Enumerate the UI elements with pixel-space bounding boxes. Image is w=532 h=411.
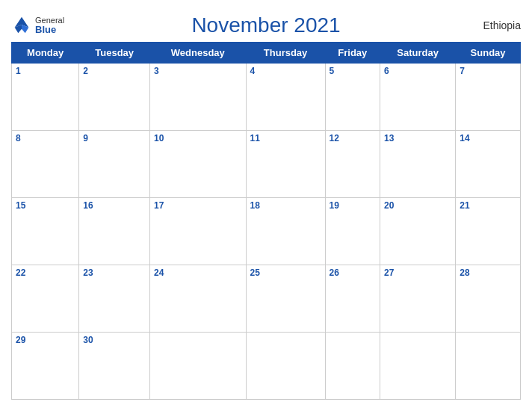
day-number: 1 (16, 66, 21, 76)
calendar-cell: 30 (79, 333, 150, 400)
table-row: 22232425262728 (12, 265, 521, 333)
calendar-cell: 17 (150, 198, 247, 265)
weekday-row: Monday Tuesday Wednesday Thursday Friday… (12, 43, 521, 64)
calendar-cell: 8 (12, 131, 79, 198)
calendar-cell: 10 (150, 131, 247, 198)
day-number: 29 (16, 335, 25, 345)
month-title: November 2021 (191, 13, 340, 37)
calendar-cell: 18 (246, 198, 325, 265)
weekday-tuesday: Tuesday (79, 43, 150, 64)
calendar-header-row: Monday Tuesday Wednesday Thursday Friday… (12, 43, 521, 64)
calendar-cell (380, 333, 456, 400)
table-row: 891011121314 (12, 131, 521, 198)
calendar-cell: 21 (456, 198, 521, 265)
calendar-cell: 5 (325, 64, 380, 131)
day-number: 14 (460, 133, 469, 143)
weekday-sunday: Sunday (456, 43, 521, 64)
calendar-cell (325, 333, 380, 400)
day-number: 17 (154, 200, 164, 211)
logo-blue: Blue (35, 25, 64, 35)
calendar-cell: 3 (150, 64, 247, 131)
day-number: 12 (330, 133, 339, 143)
table-row: 1234567 (12, 64, 521, 131)
calendar-cell: 27 (380, 265, 456, 333)
day-number: 22 (16, 268, 25, 278)
day-number: 21 (460, 200, 469, 211)
calendar-cell (150, 333, 247, 400)
calendar-cell: 12 (325, 131, 380, 198)
table-row: 15161718192021 (12, 198, 521, 265)
day-number: 28 (460, 268, 469, 278)
day-number: 30 (83, 335, 93, 345)
calendar-cell: 19 (325, 198, 380, 265)
day-number: 13 (384, 133, 394, 143)
day-number: 8 (16, 133, 21, 143)
day-number: 2 (83, 66, 88, 76)
day-number: 3 (154, 66, 159, 76)
calendar-cell: 15 (12, 198, 79, 265)
calendar-cell: 29 (12, 333, 79, 400)
day-number: 24 (154, 268, 164, 278)
day-number: 15 (16, 200, 25, 211)
day-number: 27 (384, 268, 394, 278)
day-number: 4 (250, 66, 256, 76)
calendar-cell (246, 333, 325, 400)
calendar-cell: 25 (246, 265, 325, 333)
calendar-cell: 11 (246, 131, 325, 198)
calendar-cell: 4 (246, 64, 325, 131)
day-number: 11 (250, 133, 260, 143)
day-number: 23 (83, 268, 93, 278)
calendar-cell: 16 (79, 198, 150, 265)
weekday-wednesday: Wednesday (150, 43, 247, 64)
weekday-thursday: Thursday (246, 43, 325, 64)
day-number: 7 (460, 66, 465, 76)
logo: General Blue (11, 15, 64, 36)
calendar-cell: 14 (456, 131, 521, 198)
day-number: 25 (250, 268, 260, 278)
calendar-cell: 9 (79, 131, 150, 198)
table-row: 2930 (12, 333, 521, 400)
day-number: 19 (330, 200, 339, 211)
day-number: 26 (330, 268, 339, 278)
day-number: 9 (83, 133, 88, 143)
calendar-cell: 20 (380, 198, 456, 265)
calendar-cell: 6 (380, 64, 456, 131)
calendar-cell: 13 (380, 131, 456, 198)
weekday-friday: Friday (325, 43, 380, 64)
day-number: 20 (384, 200, 394, 211)
day-number: 18 (250, 200, 260, 211)
calendar-cell: 7 (456, 64, 521, 131)
logo-text: General Blue (35, 16, 64, 35)
country-label: Ethiopia (483, 19, 521, 31)
calendar-cell: 22 (12, 265, 79, 333)
calendar-cell (456, 333, 521, 400)
day-number: 5 (330, 66, 335, 76)
logo-bird-icon (11, 15, 32, 36)
calendar-table: Monday Tuesday Wednesday Thursday Friday… (11, 42, 521, 400)
calendar-cell: 2 (79, 64, 150, 131)
calendar-cell: 26 (325, 265, 380, 333)
calendar-cell: 28 (456, 265, 521, 333)
weekday-saturday: Saturday (380, 43, 456, 64)
calendar-header: General Blue November 2021 Ethiopia (11, 7, 521, 42)
calendar-cell: 24 (150, 265, 247, 333)
weekday-monday: Monday (12, 43, 79, 64)
calendar-body: 1234567891011121314151617181920212223242… (12, 64, 521, 400)
calendar-cell: 1 (12, 64, 79, 131)
calendar-cell: 23 (79, 265, 150, 333)
day-number: 6 (384, 66, 389, 76)
day-number: 16 (83, 200, 93, 211)
day-number: 10 (154, 133, 164, 143)
